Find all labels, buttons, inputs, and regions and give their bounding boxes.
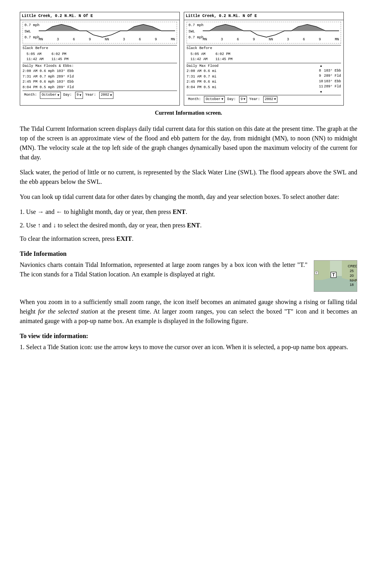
item1-num: 1. <box>20 208 25 215</box>
svg-text:T: T <box>332 273 335 277</box>
screen-left-title: Little Creek, 0.2 N.Mi. N Of E <box>20 12 179 20</box>
item2-text-after: to select the desired month, day or year… <box>56 222 187 229</box>
slack-time-4: 11:45 PM <box>51 57 68 62</box>
arrow-right-icon: → <box>38 208 44 215</box>
screens-container: Little Creek, 0.2 N.Mi. N Of E 0.7 mph S… <box>20 12 357 106</box>
screen-left-date-row: Month: October ▼ Day: 9 ▼ Year: 2002 ▼ <box>23 91 177 100</box>
day-label-left: Day: <box>63 93 72 98</box>
svg-marker-8 <box>314 260 330 280</box>
numbered-item-2: 2. Use ↑ and ↓ to select the desired mon… <box>20 221 357 230</box>
slack-right-col: 6:02 PM 11:45 PM <box>51 52 68 62</box>
screen-right-graph: 0.7 mph SWL 0.7 mph MN 3 6 9 NN 3 <box>187 22 341 43</box>
month-select-right[interactable]: October ▼ <box>204 96 225 103</box>
scroll-num-3: 11 <box>319 84 323 90</box>
daily-label: Daily Max Floods & Ebbs: <box>23 64 177 69</box>
daily-r-row-0: 2:00 AM 0.6 mi <box>187 69 317 74</box>
tide-p2-italic: for the selected station <box>38 308 98 315</box>
paragraph-3: You can look up tidal current data for o… <box>20 192 357 202</box>
slack-r-time-1: 5:05 AM <box>190 52 207 57</box>
slack-r-time-2: 11:42 AM <box>190 57 207 62</box>
daily-r-row-3: 8:04 PM 0.5 mi <box>187 85 317 91</box>
year-dropdown-arrow-left[interactable]: ▼ <box>110 93 112 98</box>
tick-mn2: MN <box>171 37 175 43</box>
main-content: The Tidal Current Information screen dis… <box>20 124 357 352</box>
rtick-3a: 3 <box>221 37 223 43</box>
item2-text-before: Use <box>26 222 38 229</box>
item1-text-before: Use <box>26 208 38 215</box>
clear-paragraph: To clear the information screen, press E… <box>20 234 357 244</box>
screen-right-slack-label: Slack Before <box>187 45 341 51</box>
day-select-left[interactable]: 9 ▼ <box>75 92 83 99</box>
year-dropdown-arrow-right[interactable]: ▼ <box>274 97 276 102</box>
item1-text-after: to highlight month, day or year, then pr… <box>62 208 173 215</box>
graph-label-bottom: 0.7 mph <box>25 35 40 41</box>
view-heading: To view tide information: <box>20 331 357 341</box>
arrow-down-icon: ↓ <box>53 222 56 229</box>
year-select-left[interactable]: 2002 ▼ <box>99 92 113 99</box>
daily-r-left-col: Daily Max Flood 2:00 AM 0.6 mi 7:31 AM 0… <box>187 64 317 95</box>
scroll-down-arrow[interactable]: ▼ <box>319 90 323 95</box>
slack-r-right-col: 6:02 PM 11:45 PM <box>215 52 232 62</box>
tide-station-image: T CRED 25 20 MAR 18 T <box>314 260 357 292</box>
svg-text:T: T <box>316 272 318 274</box>
graph-label-top: 0.7 mph <box>25 23 40 28</box>
year-label-right: Year: <box>249 97 260 102</box>
view-item-1: 1. Select a Tide Station icon: use the a… <box>20 342 357 352</box>
clear-text-before: To clear the information screen, press <box>20 235 117 242</box>
tick-nn: NN <box>105 37 109 43</box>
tick-3p: 3 <box>123 37 125 43</box>
graph-r-label-top: 0.7 mph <box>188 23 204 28</box>
svg-text:CRED: CRED <box>348 264 357 268</box>
screen-right: Little Creek, 0.2 N.Mi. N Of E 0.7 mph S… <box>184 12 344 106</box>
tide-text-part: Navionics charts contain Tidal Informati… <box>20 260 307 292</box>
graph-r-label-swl: SWL <box>188 29 204 35</box>
graph-right-labels: 0.7 mph SWL 0.7 mph <box>188 23 204 41</box>
day-dropdown-arrow-left[interactable]: ▼ <box>79 93 81 98</box>
daily-row-0: 2:00 AM 0.6 mph 103° Ebb <box>23 69 177 74</box>
paragraph-2: Slack water, the period of little or no … <box>20 168 357 187</box>
arrow-up-icon: ↑ <box>38 222 41 229</box>
day-dropdown-arrow-right[interactable]: ▼ <box>243 97 245 102</box>
svg-text:MAR: MAR <box>350 278 357 282</box>
rtick-mn2: MN <box>335 37 339 43</box>
rtick-nn: NN <box>269 37 273 43</box>
item2-bold: ENT <box>187 222 200 229</box>
month-dropdown-arrow-left[interactable]: ▼ <box>57 93 59 98</box>
tide-image-svg: T CRED 25 20 MAR 18 T <box>314 260 357 292</box>
item2-text-and: and <box>41 222 53 229</box>
svg-text:20: 20 <box>350 274 354 278</box>
daily-r-row-2: 2:45 PM 0.6 mi <box>187 79 317 85</box>
graph-left-ticks: MN 3 6 9 NN 3 6 9 MN <box>39 37 175 43</box>
daily-r-right-1: 289° Fld <box>324 74 341 79</box>
daily-row-2: 2:45 PM 0.6 mph 103° Ebb <box>23 79 177 85</box>
slack-r-time-3: 6:02 PM <box>215 52 232 57</box>
rtick-mn1: MN <box>203 37 207 43</box>
item1-text-and: and <box>44 208 56 215</box>
item2-num: 2. <box>20 222 25 229</box>
item1-bold: ENT <box>173 208 186 215</box>
scroll-up-arrow[interactable]: ▲ <box>319 64 323 68</box>
tick-3a: 3 <box>57 37 59 43</box>
slack-time-2: 11:42 AM <box>26 57 43 62</box>
screen-left-slack-label: Slack Before <box>23 45 177 51</box>
clear-bold: EXIT <box>117 235 132 242</box>
month-select-left[interactable]: October ▼ <box>40 92 61 99</box>
clear-period: . <box>132 235 134 242</box>
graph-label-swl: SWL <box>25 29 40 35</box>
rtick-9a: 9 <box>253 37 255 43</box>
scroll-numbers-col: ▲ 8 9 10 11 ▼ <box>319 64 323 95</box>
tide-paragraph-2: When you zoom in to a sufficiently small… <box>20 297 357 326</box>
slack-time-1: 5:05 AM <box>26 52 43 57</box>
item1-period: . <box>186 208 187 215</box>
screen-left-body: 0.7 mph SWL 0.7 mph MN 3 6 <box>20 20 179 101</box>
year-select-right[interactable]: 2002 ▼ <box>263 96 277 103</box>
screen-right-slack-grid: 5:05 AM 11:42 AM 6:02 PM 11:45 PM <box>187 51 341 63</box>
slack-r-left-col: 5:05 AM 11:42 AM <box>190 52 207 62</box>
day-select-right[interactable]: 9 ▼ <box>239 96 247 103</box>
month-dropdown-arrow-right[interactable]: ▼ <box>221 97 223 102</box>
tick-6a: 6 <box>73 37 75 43</box>
caption: Current Information screen. <box>20 109 357 117</box>
month-label-left: Month: <box>24 93 37 98</box>
tide-section-heading: Tide Information <box>20 249 357 259</box>
screen-left: Little Creek, 0.2 N.Mi. N Of E 0.7 mph S… <box>20 12 180 106</box>
